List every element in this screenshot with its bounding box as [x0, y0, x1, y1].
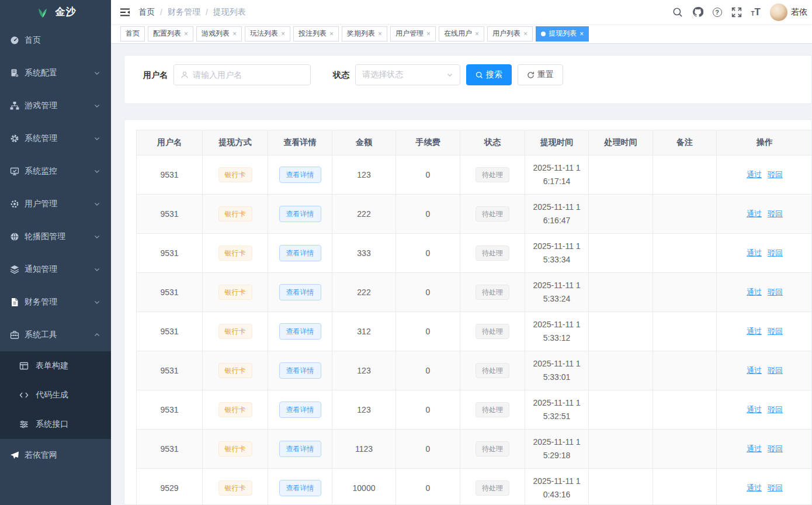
- sidebar-toggle-icon[interactable]: [111, 8, 138, 17]
- reject-link[interactable]: 驳回: [768, 288, 783, 296]
- close-tab-icon[interactable]: ×: [329, 30, 334, 38]
- cell-status: 待处理: [460, 351, 525, 390]
- close-tab-icon[interactable]: ×: [426, 30, 431, 38]
- username-input[interactable]: [193, 70, 304, 79]
- system-tools-submenu: 表单构建 代码生成 系统接口: [0, 351, 111, 439]
- tab-play-list[interactable]: 玩法列表×: [245, 26, 290, 41]
- view-detail-button[interactable]: 查看详情: [279, 402, 321, 418]
- cell-process-time: [589, 351, 653, 390]
- reject-link[interactable]: 驳回: [768, 327, 783, 335]
- cell-username: 9531: [137, 273, 203, 312]
- approve-link[interactable]: 通过: [747, 444, 762, 453]
- view-detail-button[interactable]: 查看详情: [279, 167, 321, 183]
- reject-link[interactable]: 驳回: [768, 366, 783, 375]
- reject-link[interactable]: 驳回: [768, 170, 783, 179]
- sidebar-item-game-mgmt[interactable]: 游戏管理: [0, 89, 111, 122]
- table-body: 9531 银行卡 查看详情 123 0 待处理 2025-11-11 16:17…: [137, 155, 812, 505]
- sidebar-item-user-mgmt[interactable]: 用户管理: [0, 188, 111, 220]
- document-icon: [10, 298, 19, 307]
- sidebar-item-finance-mgmt[interactable]: 财务管理: [0, 286, 111, 319]
- view-detail-button[interactable]: 查看详情: [279, 206, 321, 222]
- font-size-icon[interactable]: TT: [751, 7, 761, 17]
- reject-link[interactable]: 驳回: [768, 209, 783, 218]
- breadcrumb-home[interactable]: 首页: [138, 7, 155, 18]
- tab-home[interactable]: 首页: [120, 26, 145, 41]
- table-row: 9531 银行卡 查看详情 222 0 待处理 2025-11-11 15:33…: [137, 273, 812, 312]
- view-detail-button[interactable]: 查看详情: [279, 362, 321, 379]
- cell-detail: 查看详情: [268, 390, 332, 430]
- cell-method: 银行卡: [203, 195, 268, 234]
- approve-link[interactable]: 通过: [747, 366, 762, 375]
- approve-link[interactable]: 通过: [747, 209, 762, 218]
- approve-link[interactable]: 通过: [747, 170, 762, 179]
- close-tab-icon[interactable]: ×: [233, 30, 237, 38]
- search-icon[interactable]: [672, 7, 683, 18]
- sidebar-item-form-builder[interactable]: 表单构建: [0, 351, 111, 381]
- search-button[interactable]: 搜索: [466, 64, 512, 85]
- view-detail-button[interactable]: 查看详情: [279, 323, 321, 340]
- tab-withdraw-list[interactable]: 提现列表×: [536, 26, 589, 41]
- approve-link[interactable]: 通过: [747, 483, 762, 492]
- sidebar-item-label: 轮播图管理: [25, 231, 65, 242]
- breadcrumb-separator: /: [206, 8, 208, 17]
- tab-bet-list[interactable]: 投注列表×: [293, 26, 339, 41]
- tab-game-list[interactable]: 游戏列表×: [196, 26, 242, 41]
- sidebar-item-system-monitor[interactable]: 系统监控: [0, 155, 111, 188]
- tab-user-list[interactable]: 用户列表×: [487, 26, 533, 41]
- help-icon[interactable]: ?: [713, 8, 722, 17]
- view-detail-button[interactable]: 查看详情: [279, 480, 321, 496]
- breadcrumb-separator: /: [160, 8, 162, 17]
- approve-link[interactable]: 通过: [747, 405, 762, 414]
- tab-config-list[interactable]: 配置列表×: [148, 26, 193, 41]
- sidebar-item-home[interactable]: 首页: [0, 24, 111, 57]
- fullscreen-icon[interactable]: [731, 7, 742, 18]
- cell-method: 银行卡: [203, 430, 268, 469]
- sidebar-item-system-mgmt[interactable]: 系统管理: [0, 122, 111, 155]
- sidebar-item-code-gen[interactable]: 代码生成: [0, 381, 111, 410]
- reject-link[interactable]: 驳回: [768, 405, 783, 414]
- status-tag: 待处理: [476, 324, 509, 339]
- col-method: 提现方式: [203, 130, 268, 155]
- view-detail-button[interactable]: 查看详情: [279, 284, 321, 300]
- chevron-down-icon: [93, 200, 100, 207]
- approve-link[interactable]: 通过: [747, 248, 762, 257]
- close-tab-icon[interactable]: ×: [579, 30, 584, 38]
- logo[interactable]: 金沙: [0, 0, 111, 24]
- reset-button[interactable]: 重置: [518, 64, 563, 85]
- cell-username: 9529: [137, 469, 203, 505]
- approve-link[interactable]: 通过: [747, 327, 762, 335]
- chevron-down-icon: [446, 71, 453, 78]
- reject-link[interactable]: 驳回: [768, 483, 783, 492]
- tab-online-users[interactable]: 在线用户×: [439, 26, 484, 41]
- reject-link[interactable]: 驳回: [768, 444, 783, 453]
- status-select[interactable]: 请选择状态: [355, 64, 460, 85]
- sidebar-item-label: 系统监控: [25, 166, 57, 177]
- cell-actions: 通过驳回: [717, 430, 812, 469]
- sidebar-item-ruoyi-site[interactable]: 若依官网: [0, 439, 111, 472]
- sidebar-item-system-config[interactable]: 系统配置: [0, 57, 111, 89]
- tab-user-mgmt[interactable]: 用户管理×: [390, 26, 436, 41]
- sidebar-item-carousel-mgmt[interactable]: 轮播图管理: [0, 220, 111, 253]
- reject-link[interactable]: 驳回: [768, 248, 783, 257]
- view-detail-button[interactable]: 查看详情: [279, 441, 321, 457]
- col-fee: 手续费: [396, 130, 460, 155]
- username-filter-label: 用户名: [143, 64, 168, 85]
- status-tag: 待处理: [476, 480, 509, 496]
- close-tab-icon[interactable]: ×: [475, 30, 479, 38]
- close-tab-icon[interactable]: ×: [184, 30, 188, 38]
- close-tab-icon[interactable]: ×: [378, 30, 382, 38]
- user-menu[interactable]: 若依: [770, 4, 807, 21]
- tab-period-list[interactable]: 奖期列表×: [342, 26, 387, 41]
- close-tab-icon[interactable]: ×: [281, 30, 285, 38]
- cell-username: 9531: [137, 155, 203, 195]
- table-row: 9531 银行卡 查看详情 312 0 待处理 2025-11-11 15:33…: [137, 312, 812, 351]
- breadcrumb: 首页 / 财务管理 / 提现列表: [138, 7, 246, 18]
- cell-fee: 0: [396, 351, 460, 390]
- sidebar-item-system-api[interactable]: 系统接口: [0, 410, 111, 439]
- view-detail-button[interactable]: 查看详情: [279, 245, 321, 261]
- github-icon[interactable]: [692, 6, 703, 18]
- approve-link[interactable]: 通过: [747, 288, 762, 296]
- close-tab-icon[interactable]: ×: [523, 30, 528, 38]
- sidebar-item-notice-mgmt[interactable]: 通知管理: [0, 253, 111, 286]
- sidebar-item-system-tools[interactable]: 系统工具: [0, 319, 111, 351]
